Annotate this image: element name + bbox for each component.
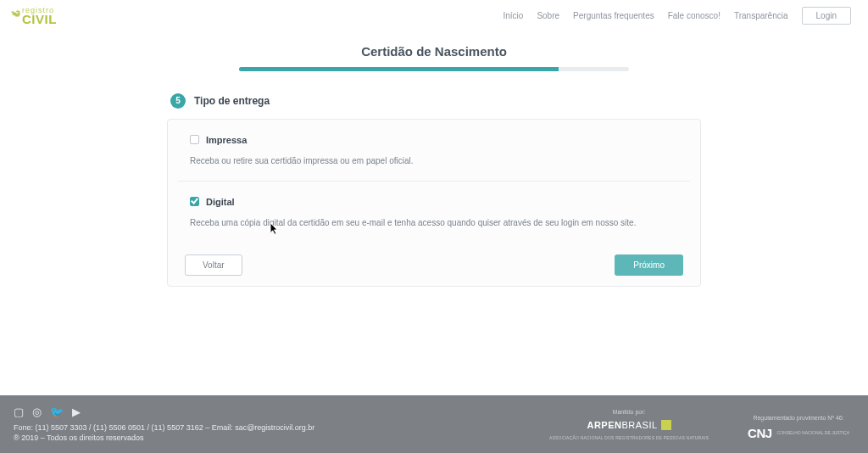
- cnj-logo[interactable]: CNJ CONSELHO NACIONAL DE JUSTIÇA: [748, 426, 849, 440]
- logo-icon: ༄: [12, 7, 19, 25]
- nav-perguntas[interactable]: Perguntas frequentes: [573, 11, 654, 20]
- arpen-suffix: BRASIL: [621, 420, 657, 430]
- header: ༄ registro CIVIL Início Sobre Perguntas …: [0, 0, 868, 34]
- nav-inicio[interactable]: Início: [503, 11, 523, 20]
- nav-sobre[interactable]: Sobre: [537, 11, 559, 20]
- step-title: Tipo de entrega: [194, 95, 270, 107]
- option-digital-title: Digital: [206, 197, 235, 207]
- next-button[interactable]: Próximo: [615, 254, 683, 276]
- option-impressa-desc: Receba ou retire sua certidão impressa o…: [190, 155, 678, 167]
- top-nav: Início Sobre Perguntas frequentes Fale c…: [503, 7, 851, 25]
- action-row: Voltar Próximo: [168, 243, 700, 276]
- checkbox-impressa[interactable]: [190, 135, 199, 144]
- footer-arpen-col: Mantido por: ARPENBRASIL ASSOCIAÇÃO NACI…: [549, 409, 709, 440]
- youtube-icon[interactable]: ▶: [72, 405, 81, 418]
- option-digital-desc: Receba uma cópia digital da certidão em …: [190, 217, 678, 229]
- step-number-badge: 5: [170, 93, 186, 109]
- cnj-sub: CONSELHO NACIONAL DE JUSTIÇA: [777, 430, 849, 435]
- logo-text-main: CIVIL: [22, 14, 57, 25]
- footer-copyright: ® 2019 – Todos os direitos reservados: [14, 433, 314, 442]
- progress-fill: [239, 67, 559, 71]
- page-title: Certidão de Nascimento: [361, 44, 507, 59]
- regulamentado-label: Regulamentado provimento Nº 46:: [753, 415, 843, 421]
- option-digital[interactable]: Digital Receba uma cópia digital da cert…: [168, 182, 700, 243]
- login-button[interactable]: Login: [802, 7, 851, 25]
- facebook-icon[interactable]: ▢: [14, 405, 24, 418]
- logo[interactable]: ༄ registro CIVIL: [12, 7, 57, 25]
- back-button[interactable]: Voltar: [185, 254, 242, 276]
- instagram-icon[interactable]: ◎: [32, 405, 42, 418]
- nav-fale-conosco[interactable]: Fale conosco!: [668, 11, 721, 20]
- arpen-logo[interactable]: ARPENBRASIL: [587, 420, 670, 430]
- footer: ▢ ◎ 🐦 ▶ Fone: (11) 5507 3303 / (11) 5506…: [0, 395, 868, 453]
- arpen-sub: ASSOCIAÇÃO NACIONAL DOS REGISTRADORES DE…: [549, 435, 709, 440]
- main-content: Certidão de Nascimento 5 Tipo de entrega…: [0, 34, 868, 287]
- social-icons: ▢ ◎ 🐦 ▶: [14, 405, 314, 418]
- nav-transparencia[interactable]: Transparência: [734, 11, 788, 20]
- mantido-label: Mantido por:: [613, 409, 646, 415]
- progress-bar: [239, 67, 629, 71]
- delivery-card: Impressa Receba ou retire sua certidão i…: [167, 119, 701, 287]
- footer-contact: Fone: (11) 5507 3303 / (11) 5506 0501 / …: [14, 423, 314, 432]
- arpen-badge-icon: [661, 420, 671, 430]
- option-impressa[interactable]: Impressa Receba ou retire sua certidão i…: [168, 120, 700, 181]
- checkbox-digital[interactable]: [190, 197, 199, 206]
- cnj-text: CNJ: [748, 426, 772, 440]
- option-impressa-title: Impressa: [206, 135, 247, 145]
- footer-cnj-col: Regulamentado provimento Nº 46: CNJ CONS…: [748, 415, 849, 440]
- arpen-bold: ARPEN: [587, 420, 621, 430]
- twitter-icon[interactable]: 🐦: [50, 405, 64, 418]
- step-header: 5 Tipo de entrega: [170, 93, 701, 109]
